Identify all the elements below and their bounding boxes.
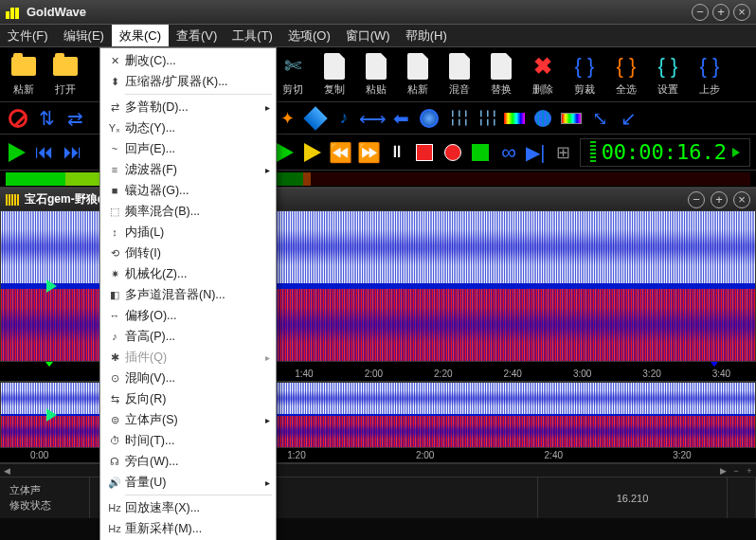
spectrum-icon[interactable] bbox=[502, 106, 527, 131]
effects-item-5[interactable]: ~回声(E)... bbox=[100, 138, 276, 159]
trim-button[interactable]: { }剪裁 bbox=[567, 52, 603, 97]
effects-item-10[interactable]: ⟲倒转(I) bbox=[100, 243, 276, 263]
close-button[interactable]: × bbox=[733, 4, 750, 21]
menu-2[interactable]: 效果(C) bbox=[112, 25, 169, 46]
effects-item-label: 回声(E)... bbox=[125, 141, 175, 157]
effects-item-19[interactable]: ⏱时间(T)... bbox=[100, 430, 276, 451]
sliders-icon[interactable]: ╎╎╎ bbox=[445, 106, 470, 131]
menu-1[interactable]: 编辑(E) bbox=[56, 25, 112, 46]
stop2-button[interactable] bbox=[469, 140, 492, 165]
paste-new-label: 粘新 bbox=[13, 82, 34, 97]
play-button[interactable] bbox=[6, 140, 28, 165]
effects-item-12[interactable]: ◧多声道混音器(N)... bbox=[100, 284, 276, 305]
swap-horiz-icon[interactable]: ⇄ bbox=[63, 106, 87, 131]
arrows-out-icon[interactable]: ⟷ bbox=[360, 106, 385, 131]
menu-4[interactable]: 工具(T) bbox=[225, 25, 280, 46]
arrow-down-left-icon[interactable]: ↙ bbox=[616, 106, 640, 131]
effects-item-label: 频率混合(B)... bbox=[125, 204, 200, 220]
scroll-right-button[interactable]: ▶ bbox=[716, 464, 729, 477]
rewind-button[interactable]: ⏪ bbox=[329, 140, 352, 165]
effects-item-23[interactable]: Hz回放速率(X)... bbox=[100, 497, 276, 518]
paste-new2-button[interactable]: 粘新 bbox=[400, 52, 436, 97]
overview-cursor-icon[interactable] bbox=[46, 408, 57, 422]
effects-item-4[interactable]: Yₓ动态(Y)... bbox=[100, 117, 276, 138]
effects-item-label: 删改(C)... bbox=[125, 53, 176, 69]
paste-over-button[interactable]: 粘贴 bbox=[358, 52, 394, 97]
menu-7[interactable]: 帮助(H) bbox=[398, 25, 455, 46]
step-up-button[interactable]: { }上步 bbox=[692, 52, 728, 97]
effects-item-8[interactable]: ⬚频率混合(B)... bbox=[100, 201, 276, 222]
replace-button[interactable]: 替换 bbox=[483, 52, 519, 97]
effects-item-21[interactable]: 🔊音量(U) bbox=[100, 472, 276, 493]
star-icon[interactable]: ✦ bbox=[275, 106, 299, 131]
effects-item-13[interactable]: ↔偏移(O)... bbox=[100, 305, 276, 326]
cube-icon[interactable] bbox=[303, 106, 328, 131]
menu-5[interactable]: 选项(O) bbox=[280, 25, 338, 46]
effects-item-14[interactable]: ♪音高(P)... bbox=[100, 326, 276, 347]
effects-item-7[interactable]: ■镶边器(G)... bbox=[100, 180, 276, 201]
settings-button[interactable]: { }设置 bbox=[650, 52, 686, 97]
effects-item-icon: ⟲ bbox=[104, 244, 125, 261]
effects-item-20[interactable]: ☊旁白(W)... bbox=[100, 451, 276, 472]
swap-vert-icon[interactable]: ⇅ bbox=[34, 106, 59, 131]
menu-0[interactable]: 文件(F) bbox=[0, 25, 56, 46]
stop-button[interactable] bbox=[413, 140, 436, 165]
paste-new-button[interactable]: 粘新 bbox=[6, 52, 42, 97]
zoom-out-button[interactable]: − bbox=[729, 464, 743, 477]
menu-3[interactable]: 查看(V) bbox=[169, 25, 225, 46]
effects-item-icon: ⬍ bbox=[104, 73, 125, 90]
pause-button[interactable]: ⏸ bbox=[386, 140, 408, 165]
effects-item-label: 动态(Y)... bbox=[125, 120, 175, 136]
mix-button[interactable]: 混音 bbox=[441, 52, 477, 97]
scroll-left-button[interactable]: ◀ bbox=[0, 464, 13, 477]
effects-item-11[interactable]: ✷机械化(Z)... bbox=[100, 263, 276, 284]
effects-item-icon: ⏱ bbox=[104, 432, 125, 449]
copy-button[interactable]: 复制 bbox=[316, 52, 352, 97]
effects-item-6[interactable]: ≡滤波器(F) bbox=[100, 159, 276, 180]
timer-display: 00:00:16.2 bbox=[580, 138, 750, 167]
record-button[interactable] bbox=[441, 140, 464, 165]
rainbow-box-icon[interactable] bbox=[559, 106, 584, 131]
effects-item-icon: Hz bbox=[104, 499, 125, 516]
sliders2-icon[interactable]: ╎╎╎ bbox=[474, 106, 498, 131]
effects-item-9[interactable]: ↕内插(L) bbox=[100, 222, 276, 243]
play2-button[interactable] bbox=[274, 140, 297, 165]
effects-item-label: 滤波器(F) bbox=[125, 162, 177, 178]
converge-icon[interactable]: ⤡ bbox=[587, 106, 612, 131]
note-icon[interactable]: ♪ bbox=[332, 106, 356, 131]
next-button[interactable]: ▶| bbox=[524, 140, 547, 165]
select-all-button[interactable]: { }全选 bbox=[608, 52, 644, 97]
cut-button[interactable]: ✄剪切 bbox=[275, 52, 311, 97]
play3-button[interactable] bbox=[301, 140, 324, 165]
doc-maximize-button[interactable]: + bbox=[711, 191, 728, 208]
effects-item-label: 时间(T)... bbox=[125, 433, 174, 449]
menu-6[interactable]: 窗口(W) bbox=[338, 25, 398, 46]
effects-item-24[interactable]: Hz重新采样(M)... bbox=[100, 518, 276, 539]
effects-item-3[interactable]: ⇄多普勒(D)... bbox=[100, 97, 276, 117]
effects-item-icon: ⊜ bbox=[104, 411, 125, 428]
effects-item-16[interactable]: ⊙混响(V)... bbox=[100, 368, 276, 388]
maximize-button[interactable]: + bbox=[712, 4, 729, 21]
barrel-icon[interactable] bbox=[531, 106, 555, 131]
effects-item-18[interactable]: ⊜立体声(S) bbox=[100, 409, 276, 430]
zoom-in-button[interactable]: + bbox=[743, 464, 756, 477]
orb-icon[interactable] bbox=[417, 106, 441, 131]
tool-button[interactable]: ⊞ bbox=[551, 140, 574, 165]
forward-button[interactable]: ⏩ bbox=[357, 140, 381, 165]
prev-marker-button[interactable]: ⏮ bbox=[33, 140, 56, 165]
delete-button[interactable]: ✖删除 bbox=[525, 52, 561, 97]
page2-icon bbox=[362, 52, 390, 81]
arrow-left-icon[interactable]: ⬅ bbox=[388, 106, 413, 131]
effects-item-0[interactable]: ✕删改(C)... bbox=[100, 50, 276, 71]
effects-item-1[interactable]: ⬍压缩器/扩展器(K)... bbox=[100, 71, 276, 92]
loop-button[interactable]: ∞ bbox=[496, 140, 519, 165]
open-button[interactable]: 打开 bbox=[47, 52, 83, 97]
doc-minimize-button[interactable]: − bbox=[688, 191, 705, 208]
playback-cursor-icon[interactable] bbox=[46, 279, 57, 293]
next-marker-button[interactable]: ⏭ bbox=[61, 140, 83, 165]
cancel-icon[interactable] bbox=[6, 106, 30, 131]
doc-close-button[interactable]: × bbox=[733, 191, 750, 208]
status-position: 16.210 bbox=[548, 493, 717, 504]
effects-item-17[interactable]: ⇆反向(R) bbox=[100, 388, 276, 409]
minimize-button[interactable]: − bbox=[692, 4, 709, 21]
